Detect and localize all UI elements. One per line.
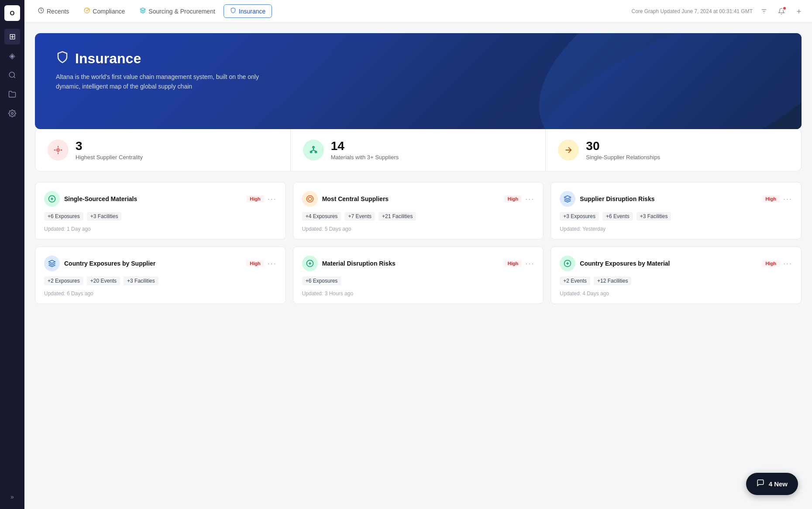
wf-tag: +6 Exposures	[44, 212, 83, 221]
new-button-label: 4 New	[769, 480, 788, 488]
tab-sourcing[interactable]: Sourcing & Procurement	[133, 4, 222, 18]
wf-tag: +3 Facilities	[87, 212, 122, 221]
compliance-icon	[84, 7, 90, 15]
single-supplier-icon	[558, 140, 579, 161]
new-button[interactable]: 4 New	[746, 473, 798, 495]
wf-tags-row: +3 Exposures+6 Events+3 Facilities	[560, 212, 792, 221]
single-supplier-number: 30	[586, 139, 660, 153]
wf-menu-button[interactable]: ···	[525, 195, 534, 204]
wf-updated: Updated: Yesterday	[560, 226, 792, 232]
workflow-card-country-exposures-material[interactable]: Country Exposures by Material High ··· +…	[551, 246, 802, 304]
stat-card-materials[interactable]: 14 Materials with 3+ Suppliers	[291, 129, 546, 171]
wf-tags-row: +6 Exposures	[302, 277, 535, 285]
wf-name: Country Exposures by Supplier	[64, 260, 155, 267]
sidebar-expand-button[interactable]: »	[7, 490, 17, 504]
filter-icon[interactable]	[758, 5, 770, 17]
notification-dot	[782, 6, 787, 10]
wf-updated: Updated: 5 Days ago	[302, 226, 535, 232]
wf-menu-button[interactable]: ···	[525, 259, 534, 268]
wf-icon	[44, 191, 60, 207]
insurance-icon	[230, 7, 236, 15]
sidebar-item-settings[interactable]	[4, 106, 20, 121]
wf-badge: High	[246, 260, 264, 267]
wf-name: Material Disruption Risks	[322, 260, 396, 267]
stats-row: 3 Highest Supplier Centrality 14 Materia…	[35, 128, 802, 171]
wf-tag: +6 Exposures	[302, 277, 341, 285]
wf-badge: High	[504, 260, 522, 267]
wf-menu-button[interactable]: ···	[268, 195, 277, 204]
wf-tag: +3 Exposures	[560, 212, 599, 221]
wf-tag: +21 Facilities	[378, 212, 416, 221]
wf-updated: Updated: 4 Days ago	[560, 290, 792, 297]
svg-point-10	[57, 149, 59, 151]
workflow-card-material-disruption[interactable]: Material Disruption Risks High ··· +6 Ex…	[293, 246, 544, 304]
svg-point-15	[313, 146, 314, 148]
hero-title: Insurance	[56, 51, 781, 67]
wf-tags-row: +4 Exposures+7 Events+21 Facilities	[302, 212, 535, 221]
tab-recents[interactable]: Recents	[31, 4, 76, 18]
add-button[interactable]	[793, 5, 805, 17]
wf-updated: Updated: 1 Day ago	[44, 226, 277, 232]
status-text: Core Graph Updated June 7, 2024 at 00:31…	[631, 8, 753, 14]
wf-card-header: Supplier Disruption Risks High ···	[560, 191, 792, 207]
workflow-card-most-central[interactable]: Most Central Suppliers High ··· +4 Expos…	[293, 182, 544, 239]
wf-card-header: Material Disruption Risks High ···	[302, 256, 535, 271]
hero-subtitle: Altana is the world's first value chain …	[56, 72, 283, 92]
svg-point-4	[85, 8, 90, 13]
tab-compliance[interactable]: Compliance	[77, 4, 131, 18]
wf-badge: High	[246, 195, 264, 202]
notification-button[interactable]	[775, 5, 788, 17]
materials-label: Materials with 3+ Suppliers	[331, 154, 399, 161]
wf-menu-button[interactable]: ···	[783, 259, 792, 268]
svg-line-1	[14, 76, 15, 78]
wf-updated: Updated: 3 Hours ago	[302, 290, 535, 297]
wf-tag: +12 Facilities	[594, 277, 631, 285]
svg-point-17	[310, 151, 312, 153]
svg-point-25	[308, 197, 312, 201]
wf-tags-row: +2 Exposures+20 Events+3 Facilities	[44, 277, 277, 285]
page-content: Insurance Altana is the world's first va…	[24, 23, 812, 509]
wf-tag: +2 Exposures	[44, 277, 83, 285]
wf-name: Most Central Suppliers	[322, 195, 389, 202]
sidebar-item-folder[interactable]	[4, 86, 20, 102]
centrality-icon	[48, 140, 69, 161]
wf-tags-row: +6 Exposures+3 Facilities	[44, 212, 277, 221]
hero-shield-icon	[56, 51, 69, 67]
wf-tag: +2 Events	[560, 277, 590, 285]
sidebar-item-grid[interactable]: ⊞	[4, 29, 20, 44]
wf-card-header: Single-Sourced Materials High ···	[44, 191, 277, 207]
svg-point-26	[306, 196, 313, 202]
recents-icon	[38, 7, 44, 15]
wf-tag: +20 Events	[87, 277, 120, 285]
wf-tag: +6 Events	[602, 212, 633, 221]
wf-tag: +7 Events	[344, 212, 375, 221]
wf-badge: High	[762, 260, 780, 267]
sidebar-item-layers[interactable]: ◈	[4, 48, 20, 64]
wf-icon	[302, 191, 318, 207]
workflow-card-country-exposures-supplier[interactable]: Country Exposures by Supplier High ··· +…	[35, 246, 286, 304]
wf-tags-row: +2 Events+12 Facilities	[560, 277, 792, 285]
workflow-grid: Single-Sourced Materials High ··· +6 Exp…	[35, 182, 802, 304]
wf-name: Single-Sourced Materials	[64, 195, 137, 202]
wf-menu-button[interactable]: ···	[268, 259, 277, 268]
chat-icon	[757, 479, 764, 489]
sidebar-item-search[interactable]	[4, 67, 20, 83]
materials-number: 14	[331, 139, 399, 153]
sourcing-icon	[140, 7, 146, 15]
wf-menu-button[interactable]: ···	[783, 195, 792, 204]
svg-marker-28	[49, 260, 55, 264]
stat-card-single-supplier[interactable]: 30 Single-Supplier Relationships	[546, 129, 801, 171]
workflow-card-supplier-disruption[interactable]: Supplier Disruption Risks High ··· +3 Ex…	[551, 182, 802, 239]
workflow-card-single-sourced[interactable]: Single-Sourced Materials High ··· +6 Exp…	[35, 182, 286, 239]
stat-card-centrality[interactable]: 3 Highest Supplier Centrality	[35, 129, 291, 171]
wf-name: Supplier Disruption Risks	[580, 195, 654, 202]
wf-updated: Updated: 6 Days ago	[44, 290, 277, 297]
wf-card-header: Country Exposures by Supplier High ···	[44, 256, 277, 271]
tab-insurance[interactable]: Insurance	[224, 4, 272, 18]
app-logo[interactable]: O	[4, 5, 20, 21]
single-supplier-label: Single-Supplier Relationships	[586, 154, 660, 161]
svg-point-2	[11, 113, 14, 115]
wf-icon	[44, 256, 60, 271]
wf-badge: High	[762, 195, 780, 202]
svg-point-0	[9, 72, 14, 77]
